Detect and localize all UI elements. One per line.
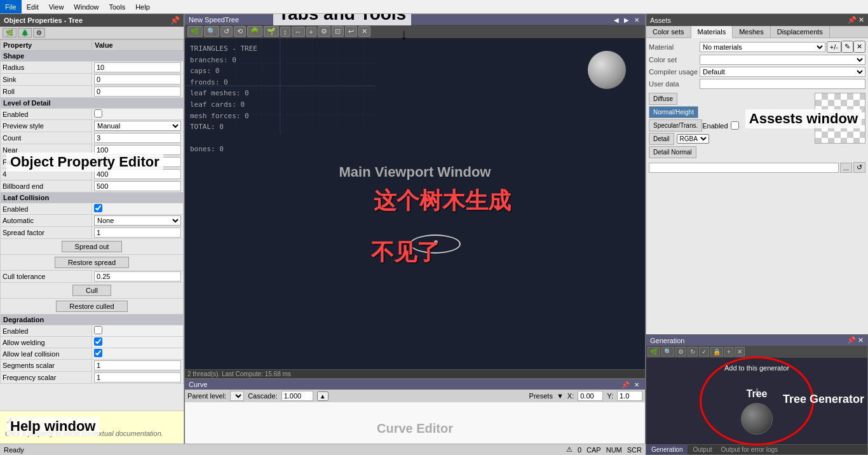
section-degradation[interactable]: Degradation xyxy=(1,315,184,325)
prop-roll-value[interactable] xyxy=(92,86,184,98)
prop-preview-value[interactable]: Manual xyxy=(92,120,184,132)
prop-enabled-value[interactable] xyxy=(92,109,184,120)
gen-btn-5[interactable]: ✓ xyxy=(699,347,709,357)
gen-btn-1[interactable]: 🌿 xyxy=(648,347,660,357)
spread-out-button[interactable]: Spread out xyxy=(62,241,123,252)
vp-tool-10[interactable]: ⚙ xyxy=(318,26,330,37)
prop-cull-value[interactable] xyxy=(92,271,184,283)
prop-radius-value[interactable] xyxy=(92,62,184,74)
nav-right-icon[interactable]: ▶ xyxy=(622,17,631,24)
prop-billboard-value[interactable] xyxy=(92,180,184,193)
texture-refresh-btn[interactable]: ↺ xyxy=(853,162,865,173)
vp-tool-11[interactable]: ⊡ xyxy=(332,26,344,37)
restore-culled-button[interactable]: Restore culled xyxy=(56,301,127,312)
gen-close-icon[interactable]: ✕ xyxy=(858,336,864,344)
prop-near-value[interactable] xyxy=(92,144,184,156)
prop-count-value[interactable] xyxy=(92,132,184,144)
cascade-input[interactable] xyxy=(281,391,313,401)
tab-color-sets[interactable]: Color sets xyxy=(646,26,691,37)
material-select[interactable]: No materials xyxy=(700,42,825,52)
gen-btn-3[interactable]: ⚙ xyxy=(675,347,686,357)
prop-lc-enabled-value[interactable] xyxy=(92,203,184,215)
vp-tool-5[interactable]: 🌳 xyxy=(247,26,262,37)
material-del-btn[interactable]: ✕ xyxy=(853,41,865,53)
vp-tool-6[interactable]: 🌱 xyxy=(264,26,279,37)
radius-input[interactable] xyxy=(94,62,181,72)
close-icon[interactable]: ✕ xyxy=(632,17,641,24)
allow-leaf-checkbox[interactable] xyxy=(94,349,102,357)
specular-btn[interactable]: Specular/Trans. xyxy=(649,119,702,132)
deg-enabled-checkbox[interactable] xyxy=(94,326,102,334)
detail-select[interactable]: RGBA xyxy=(677,134,709,144)
material-add-btn[interactable]: +/- xyxy=(827,41,841,53)
segments-input[interactable] xyxy=(94,360,181,370)
prop4-input[interactable] xyxy=(94,169,181,179)
prop-automatic-value[interactable]: None xyxy=(92,215,184,227)
generation-tab[interactable]: Generation xyxy=(646,445,688,454)
gen-btn-2[interactable]: 🔍 xyxy=(661,347,674,357)
prop-4-value[interactable] xyxy=(92,168,184,180)
lc-enabled-checkbox[interactable] xyxy=(94,204,102,212)
enabled-checkbox[interactable] xyxy=(94,109,102,118)
texture-browse-btn[interactable]: ... xyxy=(840,163,852,173)
vp-tool-8[interactable]: ↔ xyxy=(292,27,305,37)
detail-normal-btn[interactable]: Detail Normal xyxy=(649,146,696,158)
gen-pin-icon[interactable]: 📌 xyxy=(847,336,856,344)
menu-view[interactable]: View xyxy=(44,0,69,13)
vp-tool-3[interactable]: ↺ xyxy=(220,26,233,37)
curve-pin-icon[interactable]: 📌 xyxy=(620,381,631,388)
panel-pin-icon[interactable]: 📌 xyxy=(170,16,180,25)
sink-input[interactable] xyxy=(94,74,181,85)
toolbar-btn-3[interactable]: ⚙ xyxy=(33,28,45,37)
toolbar-btn-1[interactable]: 🌿 xyxy=(3,28,17,37)
count-input[interactable] xyxy=(94,133,181,143)
vp-tool-12[interactable]: ↩ xyxy=(345,26,357,37)
tab-materials[interactable]: Materials xyxy=(691,26,733,38)
diffuse-btn[interactable]: Diffuse xyxy=(649,93,677,105)
allow-welding-checkbox[interactable] xyxy=(94,337,102,346)
preview-style-select[interactable]: Manual xyxy=(94,121,181,131)
section-leaf-collision[interactable]: Leaf Collision xyxy=(1,193,184,203)
prop-sink-value[interactable] xyxy=(92,74,184,86)
cascade-up-btn[interactable]: ▲ xyxy=(317,391,329,401)
normal-height-btn[interactable]: Normal/Height xyxy=(649,106,698,118)
vp-tool-4[interactable]: ⟲ xyxy=(234,26,246,37)
prop-segments-value[interactable] xyxy=(92,360,184,372)
menu-help[interactable]: Help xyxy=(130,0,155,13)
nav-left-icon[interactable]: ◀ xyxy=(612,17,621,24)
prop-spread-value[interactable] xyxy=(92,227,184,239)
detail-btn[interactable]: Detail xyxy=(649,133,674,145)
parent-level-select[interactable] xyxy=(230,391,244,401)
texture-path-input[interactable] xyxy=(649,163,839,173)
prop-allow-leaf-value[interactable] xyxy=(92,348,184,360)
menu-file[interactable]: File xyxy=(0,0,22,13)
specular-enabled-checkbox[interactable] xyxy=(731,121,739,130)
toolbar-btn-2[interactable]: 🌲 xyxy=(18,28,32,37)
menu-window[interactable]: Window xyxy=(69,0,104,13)
curve-close-icon[interactable]: ✕ xyxy=(632,381,641,388)
vp-tool-9[interactable]: + xyxy=(306,27,316,37)
material-edit-btn[interactable]: ✎ xyxy=(841,41,853,53)
menu-edit[interactable]: Edit xyxy=(22,0,44,13)
menu-tools[interactable]: Tools xyxy=(104,0,130,13)
roll-input[interactable] xyxy=(94,86,181,97)
gen-btn-6[interactable]: 🔒 xyxy=(710,347,723,357)
cull-button[interactable]: Cull xyxy=(72,285,111,296)
billboard-input[interactable] xyxy=(94,181,181,191)
vp-tool-1[interactable]: 🌿 xyxy=(187,26,203,37)
prop-frequency-value[interactable] xyxy=(92,372,184,384)
prop-far-value[interactable] xyxy=(92,156,184,168)
restore-spread-button[interactable]: Restore spread xyxy=(55,257,129,268)
compiler-select[interactable]: Default xyxy=(700,67,865,77)
automatic-select[interactable]: None xyxy=(94,215,181,226)
far-input[interactable] xyxy=(94,157,181,167)
gen-btn-close[interactable]: ✕ xyxy=(735,347,745,357)
section-shape[interactable]: Shape xyxy=(1,51,184,62)
gen-btn-7[interactable]: + xyxy=(724,347,733,357)
cull-tolerance-input[interactable] xyxy=(94,271,181,282)
y-input[interactable] xyxy=(617,391,642,401)
tab-meshes[interactable]: Meshes xyxy=(733,26,771,37)
tab-displacements[interactable]: Displacements xyxy=(771,26,830,37)
vp-tool-2[interactable]: 🔍 xyxy=(204,26,219,37)
gen-btn-4[interactable]: ↻ xyxy=(688,347,698,357)
